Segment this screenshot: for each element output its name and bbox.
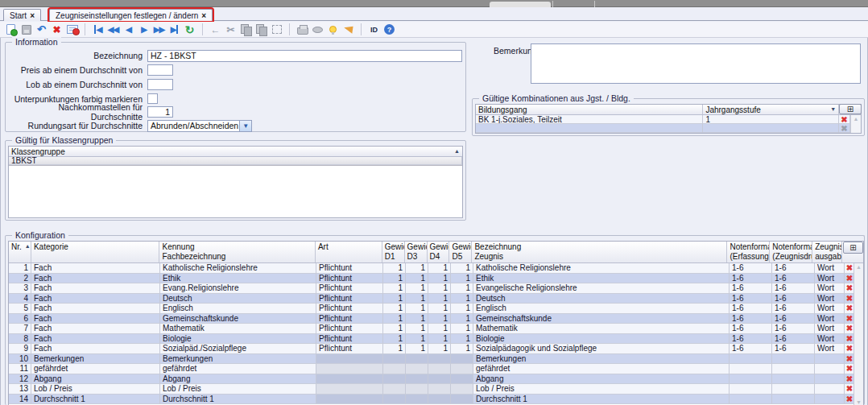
kategorie-cell[interactable]: Fach (31, 314, 160, 324)
nf_druck-cell[interactable]: 1-6 (772, 324, 815, 334)
ausgabe-cell[interactable]: Wort (815, 314, 845, 324)
nf_druck-cell[interactable] (772, 354, 815, 365)
column-header-nf_druck[interactable]: Notenformat (Zeugnisdruck) (770, 242, 812, 262)
zeugnis-cell[interactable]: Mathematik (473, 324, 730, 334)
jahrgangsstufe-cell[interactable] (703, 124, 839, 133)
d4-cell[interactable] (428, 395, 451, 405)
zeugnis-cell[interactable]: Deutsch (473, 294, 730, 304)
kategorie-cell[interactable]: Fach (31, 334, 160, 345)
nr-cell[interactable]: 12 (9, 374, 31, 385)
d5-cell[interactable] (451, 395, 473, 405)
kategorie-cell[interactable]: Fach (31, 324, 160, 334)
d3-cell[interactable] (406, 384, 428, 395)
ausgabe-cell[interactable] (815, 374, 845, 385)
column-header-d3[interactable]: Gewicht D3 (405, 242, 428, 262)
zeugnis-cell[interactable]: Abgang (473, 374, 730, 385)
kategorie-cell[interactable]: Bemerkungen (31, 354, 160, 365)
zeugnis-cell[interactable]: Ethik (473, 274, 730, 284)
back-arrow-button[interactable]: ← (208, 23, 223, 37)
zeugnis-cell[interactable]: Bemerkungen (473, 354, 730, 365)
rundungsart-select[interactable]: Abrunden/Abschneiden ▼ (147, 120, 252, 132)
art-cell[interactable]: Pflichtunt (316, 324, 383, 334)
jahrgangsstufe-cell[interactable]: 1 (703, 115, 839, 124)
art-cell[interactable] (316, 374, 383, 385)
art-cell[interactable]: Pflichtunt (316, 294, 383, 304)
print-button[interactable] (295, 23, 310, 37)
d1-cell[interactable] (383, 384, 406, 395)
nf_erf-cell[interactable]: 1-6 (730, 283, 772, 294)
nf_druck-cell[interactable] (772, 374, 815, 385)
d1-cell[interactable] (383, 395, 406, 405)
tab-start[interactable]: Start × (3, 9, 41, 21)
d3-cell[interactable] (406, 354, 428, 365)
art-cell[interactable]: Pflichtunt (316, 344, 383, 354)
nr-cell[interactable]: 7 (9, 324, 31, 334)
d4-cell[interactable]: 1 (428, 324, 451, 334)
ausgabe-cell[interactable]: Wort (815, 344, 845, 354)
d5-cell[interactable]: 1 (451, 304, 473, 314)
new-record-button[interactable] (3, 23, 19, 37)
d3-cell[interactable]: 1 (406, 324, 428, 334)
ausgabe-cell[interactable]: Wort (815, 274, 845, 284)
tab-close-icon[interactable]: × (201, 11, 206, 20)
kennung-cell[interactable]: Sozialpäd./Sozialpflege (160, 344, 316, 354)
ausgabe-cell[interactable]: Wort (815, 304, 845, 314)
nr-cell[interactable]: 8 (9, 334, 31, 345)
d1-cell[interactable]: 1 (383, 344, 406, 354)
column-chooser-button[interactable]: ⊞ (839, 104, 862, 114)
ausgabe-cell[interactable] (815, 384, 845, 395)
art-cell[interactable] (316, 364, 383, 374)
d4-cell[interactable]: 1 (428, 263, 451, 274)
zeugnis-cell[interactable]: Gemeinschaftskunde (473, 314, 730, 324)
next-record-button[interactable]: ▶ (136, 23, 151, 37)
d4-cell[interactable]: 1 (428, 283, 451, 294)
zeugnis-cell[interactable]: Katholische Religionslehre (473, 263, 730, 274)
kategorie-cell[interactable]: Fach (31, 294, 160, 304)
d1-cell[interactable] (383, 374, 406, 385)
art-cell[interactable] (316, 384, 383, 395)
nr-cell[interactable]: 3 (9, 283, 31, 294)
column-header-zeugnis[interactable]: Bezeichnung Zeugnis (472, 242, 727, 262)
d1-cell[interactable]: 1 (383, 304, 406, 314)
ausgabe-cell[interactable]: Wort (815, 283, 845, 294)
d4-cell[interactable] (428, 364, 451, 374)
column-header-bildungsgang[interactable]: Bildungsgang (476, 105, 703, 114)
id-button[interactable]: ID (366, 23, 382, 37)
column-header-nf_erf[interactable]: Notenformat (Erfassung) (727, 242, 770, 262)
cut-button[interactable]: ✂ (223, 23, 238, 37)
nf_erf-cell[interactable] (730, 384, 772, 395)
nf_druck-cell[interactable]: 1-6 (772, 334, 815, 345)
d3-cell[interactable] (406, 364, 428, 374)
scroll-up-icon[interactable]: ▲ (856, 264, 862, 270)
art-cell[interactable] (316, 354, 383, 365)
nf_druck-cell[interactable]: 1-6 (772, 274, 815, 284)
kennung-cell[interactable]: Englisch (160, 304, 316, 314)
nf_erf-cell[interactable]: 1-6 (730, 324, 772, 334)
d1-cell[interactable]: 1 (383, 314, 406, 324)
nf_druck-cell[interactable] (772, 364, 815, 374)
kennung-cell[interactable]: Lob / Preis (160, 384, 316, 395)
nf_druck-cell[interactable] (772, 395, 815, 405)
nf_erf-cell[interactable]: 1-6 (730, 263, 772, 274)
kategorie-cell[interactable]: Fach (31, 263, 160, 274)
nr-cell[interactable]: 10 (9, 354, 31, 365)
nr-cell[interactable]: 14 (9, 395, 31, 405)
d3-cell[interactable]: 1 (406, 283, 428, 294)
d4-cell[interactable] (428, 384, 451, 395)
nr-cell[interactable]: 1 (9, 263, 31, 274)
d1-cell[interactable]: 1 (383, 263, 406, 274)
d3-cell[interactable] (406, 395, 428, 405)
tab-zeugniseinstellungen[interactable]: Zeugniseinstellungen festlegen / ändern … (49, 9, 213, 21)
d5-cell[interactable]: 1 (451, 334, 473, 345)
kennung-cell[interactable]: Abgang (160, 374, 316, 385)
save-button[interactable] (19, 23, 34, 37)
column-header-nr[interactable]: Nr.▲ (9, 242, 31, 262)
nf_druck-cell[interactable]: 1-6 (772, 314, 815, 324)
d4-cell[interactable]: 1 (428, 274, 451, 284)
d5-cell[interactable]: 1 (451, 263, 473, 274)
zeugnis-cell[interactable]: Englisch (473, 304, 730, 314)
ausgabe-cell[interactable]: Wort (815, 294, 845, 304)
bildungsgang-cell[interactable]: BK 1-j.Soziales, Teilzeit (476, 115, 703, 124)
refresh-button[interactable]: ↻ (182, 23, 197, 37)
d5-cell[interactable]: 1 (451, 283, 473, 294)
